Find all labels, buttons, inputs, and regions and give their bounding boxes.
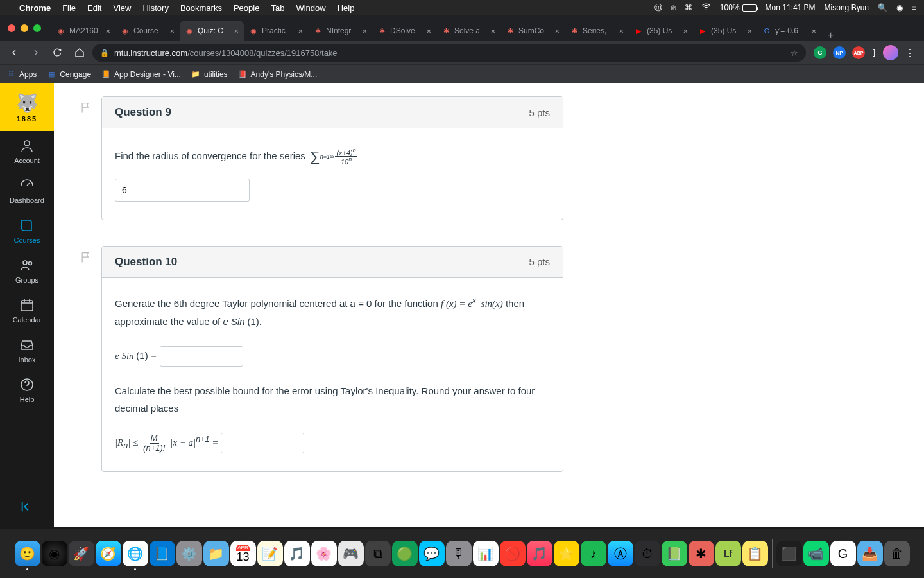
dock-app[interactable]: 🟢 — [392, 541, 418, 566]
tab-10[interactable]: ▶(35) Us× — [693, 21, 757, 41]
notifications-icon[interactable]: ≡ — [912, 3, 916, 12]
search-icon[interactable]: 🔍 — [878, 3, 887, 12]
new-tab-button[interactable]: + — [821, 30, 840, 41]
menu-help[interactable]: Help — [338, 3, 355, 13]
close-icon[interactable]: × — [426, 26, 431, 36]
dock-downloads[interactable]: 📥 — [857, 541, 883, 566]
close-icon[interactable]: × — [298, 26, 303, 36]
tab-0[interactable]: ◉MA2160× — [51, 21, 116, 41]
abp-ext-icon[interactable]: ABP — [852, 46, 865, 59]
tab-4[interactable]: ✱NIntegr× — [308, 21, 372, 41]
tab-2[interactable]: ◉Quiz: C× — [180, 21, 244, 41]
dock-spotify[interactable]: ♪ — [581, 541, 606, 566]
np-ext-icon[interactable]: NP — [833, 46, 846, 59]
dock-lf[interactable]: Lf — [715, 541, 741, 566]
dock-music[interactable]: 🎵 — [527, 541, 552, 566]
grammarly-ext-icon[interactable]: G — [814, 46, 826, 59]
nav-groups[interactable]: Groups — [0, 250, 54, 290]
tab-11[interactable]: Gy'=-0.6× — [757, 21, 821, 41]
close-icon[interactable]: × — [747, 26, 752, 36]
close-window[interactable] — [8, 24, 15, 32]
nav-courses[interactable]: Courses — [0, 211, 54, 250]
nav-calendar[interactable]: Calendar — [0, 290, 54, 330]
nav-dashboard[interactable]: Dashboard — [0, 171, 54, 211]
menu-people[interactable]: People — [234, 3, 259, 13]
status-icon[interactable]: ⓜ — [654, 3, 662, 13]
bookmark-utilities[interactable]: 📁utilities — [191, 70, 228, 79]
q10-esin-input[interactable] — [160, 346, 243, 367]
dock-app[interactable]: 🎙 — [446, 541, 472, 566]
q10-error-input[interactable] — [221, 433, 304, 453]
user-name[interactable]: Misong Byun — [825, 3, 869, 12]
tab-7[interactable]: ✱SumCo× — [501, 21, 565, 41]
collapse-sidebar[interactable] — [20, 489, 34, 527]
nav-help[interactable]: Help — [0, 370, 54, 410]
dock-notes[interactable]: 📝 — [257, 541, 283, 566]
close-icon[interactable]: × — [811, 26, 816, 36]
menu-window[interactable]: Window — [296, 3, 325, 13]
dock-launchpad[interactable]: 🚀 — [69, 541, 94, 566]
menu-view[interactable]: View — [113, 3, 131, 13]
canvas-logo[interactable]: 🐺 1885 — [0, 83, 54, 131]
menu-bookmarks[interactable]: Bookmarks — [180, 3, 222, 13]
reload-button[interactable] — [49, 44, 67, 62]
close-icon[interactable]: × — [362, 26, 367, 36]
dock-trash[interactable]: 🗑 — [884, 541, 910, 566]
profile-avatar[interactable] — [883, 45, 898, 60]
bookmark-andys[interactable]: 📕Andy's Physics/M... — [238, 70, 318, 79]
menu-history[interactable]: History — [142, 3, 168, 13]
nav-account[interactable]: Account — [0, 131, 54, 171]
close-icon[interactable]: × — [554, 26, 560, 36]
battery-status[interactable]: 100% — [720, 3, 757, 12]
menu-edit[interactable]: Edit — [87, 3, 101, 13]
dock-app[interactable]: 📘 — [150, 541, 175, 566]
chrome-menu-icon[interactable]: ⋮ — [905, 47, 915, 59]
back-button[interactable] — [5, 44, 23, 62]
dock-app[interactable]: 🚫 — [500, 541, 526, 566]
clock[interactable]: Mon 11:41 PM — [766, 3, 816, 12]
bookmark-appdesigner[interactable]: 📙App Designer - Vi... — [101, 70, 181, 79]
close-icon[interactable]: × — [169, 26, 175, 36]
dock-app[interactable]: 📁 — [203, 541, 229, 566]
dock-app[interactable]: 📊 — [473, 541, 499, 566]
siri-icon[interactable]: ◉ — [896, 3, 903, 12]
home-button[interactable] — [71, 44, 89, 62]
dock-settings[interactable]: ⚙️ — [176, 541, 202, 566]
nav-inbox[interactable]: Inbox — [0, 330, 54, 370]
dock-messages[interactable]: 💬 — [419, 541, 445, 566]
dock-app[interactable]: 🎮 — [338, 541, 364, 566]
tab-1[interactable]: ◉Course× — [116, 21, 180, 41]
app-name[interactable]: Chrome — [19, 3, 51, 13]
bookmark-cengage[interactable]: ▦Cengage — [47, 70, 91, 79]
forward-button[interactable] — [27, 44, 45, 62]
tab-8[interactable]: ✱Series,× — [565, 21, 629, 41]
display-icon[interactable]: ⎚ — [671, 3, 676, 12]
tab-5[interactable]: ✱DSolve× — [372, 21, 436, 41]
close-icon[interactable]: × — [490, 26, 495, 36]
flag-question-9[interactable] — [80, 100, 94, 117]
dock-app[interactable]: G — [830, 541, 856, 566]
tab-3[interactable]: ◉Practic× — [244, 21, 308, 41]
close-icon[interactable]: × — [105, 26, 110, 36]
menu-tab[interactable]: Tab — [271, 3, 284, 13]
close-icon[interactable]: × — [619, 26, 624, 36]
maximize-window[interactable] — [33, 24, 41, 32]
dock-app[interactable]: ⏱ — [635, 541, 660, 566]
dock-app[interactable]: 📗 — [662, 541, 687, 566]
menu-file[interactable]: File — [62, 3, 76, 13]
dock-facetime[interactable]: 📹 — [803, 541, 829, 566]
tab-9[interactable]: ▶(35) Us× — [629, 21, 693, 41]
dock-app[interactable]: ⭐ — [554, 541, 579, 566]
wifi-icon[interactable] — [701, 2, 711, 13]
dock-app[interactable]: ⧉ — [365, 541, 391, 566]
star-icon[interactable]: ☆ — [791, 48, 798, 58]
dock-finder[interactable]: 🙂 — [15, 541, 40, 566]
dock-stickies[interactable]: 📋 — [742, 541, 768, 566]
close-icon[interactable]: × — [234, 26, 239, 36]
dock-chrome[interactable]: 🌐 — [123, 541, 148, 566]
q9-answer-input[interactable] — [115, 179, 250, 202]
bluetooth-icon[interactable]: ⌘ — [685, 3, 692, 12]
dock-terminal[interactable]: ⬛ — [776, 541, 802, 566]
tab-6[interactable]: ✱Solve a× — [436, 21, 501, 41]
dock-photos[interactable]: 🌸 — [311, 541, 337, 566]
